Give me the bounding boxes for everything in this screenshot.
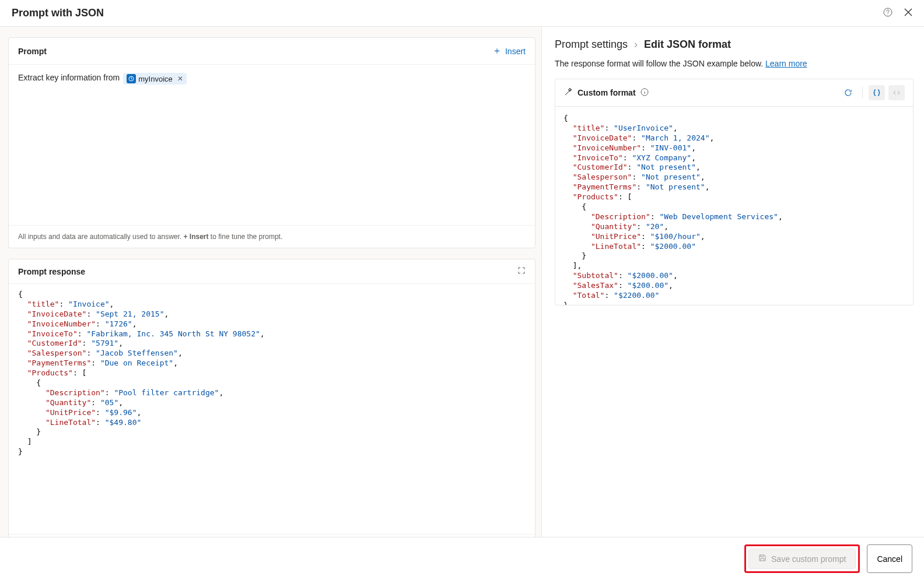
format-title: Custom format — [578, 88, 636, 97]
json-view-button[interactable] — [869, 85, 885, 100]
breadcrumb: Prompt settings › Edit JSON format — [555, 38, 914, 51]
save-icon — [758, 554, 766, 564]
wand-icon — [564, 87, 573, 99]
learn-more-link[interactable]: Learn more — [765, 59, 807, 68]
input-chip[interactable]: myInvoice ✕ — [123, 73, 187, 85]
prompt-card: Prompt ＋ Insert Extract key information … — [8, 37, 536, 248]
plus-icon: ＋ — [492, 45, 502, 57]
help-icon[interactable] — [883, 8, 892, 19]
cancel-button[interactable]: Cancel — [867, 544, 912, 573]
reset-icon[interactable] — [840, 85, 856, 100]
breadcrumb-root[interactable]: Prompt settings — [555, 38, 628, 50]
prompt-text: Extract key information from — [18, 73, 120, 82]
format-json-body[interactable]: { "title": "UserInvoice", "InvoiceDate":… — [555, 107, 913, 305]
code-view-button[interactable] — [888, 85, 905, 100]
response-json-body[interactable]: { "title": "Invoice", "InvoiceDate": "Se… — [9, 284, 535, 534]
helper-text: The response format will follow the JSON… — [555, 59, 914, 68]
info-icon[interactable] — [640, 88, 649, 98]
prompt-card-title: Prompt — [18, 47, 47, 56]
save-custom-prompt-button[interactable]: Save custom prompt — [748, 549, 856, 569]
chip-close-icon[interactable]: ✕ — [177, 75, 183, 83]
response-card-title: Prompt response — [18, 267, 85, 276]
breadcrumb-current: Edit JSON format — [644, 38, 731, 50]
close-icon[interactable] — [904, 8, 912, 18]
prompt-input[interactable]: Extract key information from myInvoice ✕ — [9, 65, 535, 225]
prompt-footer-text: All inputs and data are automatically us… — [9, 225, 535, 248]
svg-point-1 — [887, 14, 888, 15]
insert-button[interactable]: ＋ Insert — [492, 45, 526, 57]
response-card: Prompt response { "title": "Invoice", "I… — [8, 259, 536, 573]
custom-format-card: Custom format — [555, 79, 914, 305]
page-title: Prompt with JSON — [12, 7, 104, 19]
chip-icon — [127, 74, 136, 83]
expand-icon[interactable] — [517, 266, 526, 276]
